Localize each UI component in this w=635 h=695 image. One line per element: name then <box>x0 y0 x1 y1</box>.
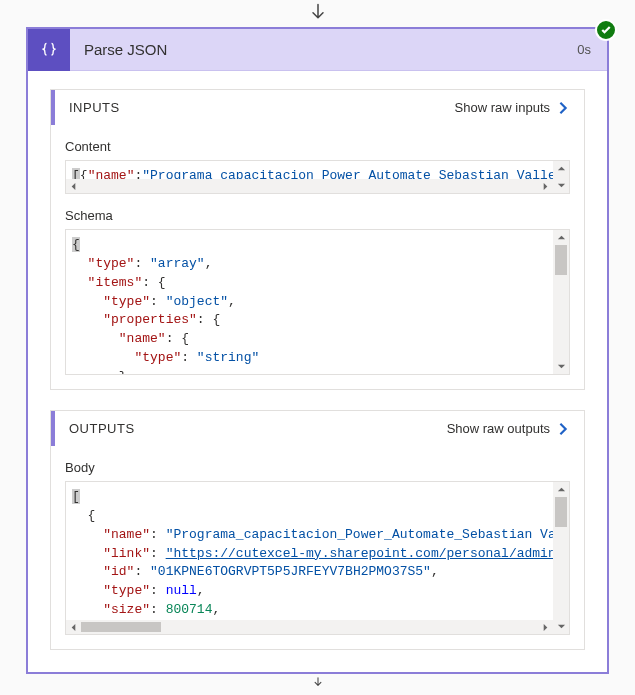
parse-json-icon <box>28 29 70 71</box>
inputs-panel: INPUTS Show raw inputs Content [{"name":… <box>50 89 585 390</box>
outputs-panel-title: OUTPUTS <box>69 421 135 436</box>
content-label: Content <box>65 139 584 154</box>
show-raw-inputs-link[interactable]: Show raw inputs <box>455 100 570 115</box>
status-success-icon <box>595 19 617 41</box>
schema-scrollbar-v[interactable] <box>553 230 569 374</box>
flow-arrow-top <box>0 0 635 27</box>
content-code-box[interactable]: [{"name":"Programa_capacitacion_Power_Au… <box>65 160 570 194</box>
schema-code-box[interactable]: { "type": "array", "items": { "type": "o… <box>65 229 570 375</box>
show-raw-outputs-link[interactable]: Show raw outputs <box>447 421 570 436</box>
inputs-panel-header: INPUTS Show raw inputs <box>51 90 584 125</box>
body-scrollbar-v[interactable] <box>553 482 569 634</box>
body-scrollbar-h[interactable] <box>66 620 553 634</box>
chevron-right-icon <box>556 101 570 115</box>
step-body: INPUTS Show raw inputs Content [{"name":… <box>28 71 607 672</box>
show-raw-outputs-label: Show raw outputs <box>447 421 550 436</box>
flow-arrow-bottom <box>0 676 635 693</box>
content-scrollbar-h[interactable] <box>66 179 553 193</box>
step-title: Parse JSON <box>70 41 561 58</box>
body-code-box[interactable]: [ { "name": "Programa_capacitacion_Power… <box>65 481 570 635</box>
inputs-panel-title: INPUTS <box>69 100 120 115</box>
schema-label: Schema <box>65 208 584 223</box>
show-raw-inputs-label: Show raw inputs <box>455 100 550 115</box>
step-duration: 0s <box>561 42 607 57</box>
chevron-right-icon <box>556 422 570 436</box>
content-scrollbar-v[interactable] <box>553 161 569 193</box>
body-label: Body <box>65 460 584 475</box>
step-header[interactable]: Parse JSON 0s <box>28 29 607 71</box>
step-card: Parse JSON 0s INPUTS Show raw inputs Con… <box>26 27 609 674</box>
outputs-panel: OUTPUTS Show raw outputs Body [ { "name"… <box>50 410 585 650</box>
outputs-panel-header: OUTPUTS Show raw outputs <box>51 411 584 446</box>
